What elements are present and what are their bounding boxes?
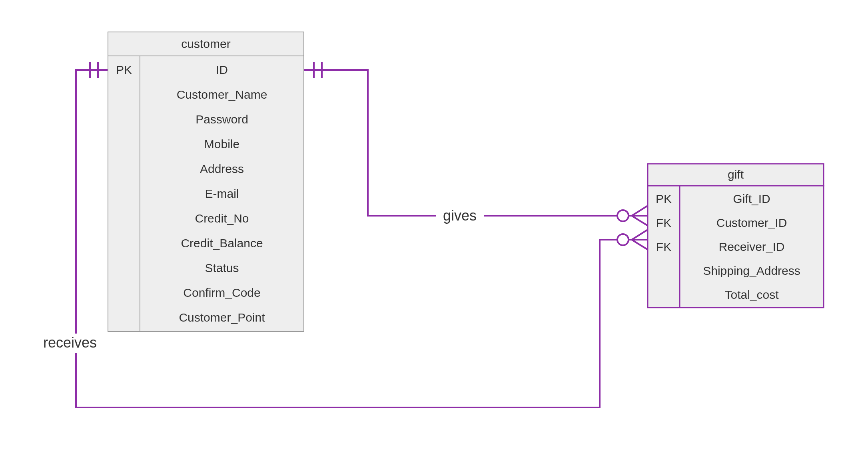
relationship-gives-label-text: gives [443,207,477,224]
entity-customer-attr-9: Confirm_Code [183,286,260,299]
entity-customer-attr-2: Password [196,113,248,126]
entity-customer-attr-4: Address [200,162,244,175]
entity-customer-attr-0: ID [216,63,228,76]
entity-gift-attr-2: Receiver_ID [718,240,784,253]
svg-point-6 [617,234,629,245]
entity-customer-key-0: PK [116,63,132,76]
entity-customer-attr-5: E-mail [205,187,239,200]
entity-customer-attr-10: Customer_Point [179,311,265,324]
entity-gift-key-2: FK [656,240,671,253]
entity-gift-key-0: PK [656,192,672,205]
relationship-gives: gives gives [304,62,648,226]
er-diagram: gives gives receives customer PK [0,0,868,455]
entity-customer-title: customer [181,37,230,50]
entity-gift-key-1: FK [656,216,671,229]
svg-point-2 [617,210,629,221]
entity-gift-attr-1: Customer_ID [716,216,787,229]
entity-customer-attr-7: Credit_Balance [181,236,263,250]
entity-customer-attr-3: Mobile [204,137,239,151]
entity-gift-attr-0: Gift_ID [733,192,770,205]
entity-customer-attr-8: Status [205,261,239,274]
entity-gift-attr-4: Total_cost [724,288,779,301]
relationship-receives-label: receives [43,334,97,351]
entity-gift-attr-3: Shipping_Address [703,264,800,277]
entity-customer-attr-6: Credit_No [195,212,249,225]
entity-gift: gift PK FK FK Gift_ID Customer_ID Receiv… [648,164,824,308]
entity-customer-attr-1: Customer_Name [177,88,267,101]
entity-gift-title: gift [728,168,744,181]
entity-customer: customer PK ID Customer_Name Password Mo… [108,32,304,332]
